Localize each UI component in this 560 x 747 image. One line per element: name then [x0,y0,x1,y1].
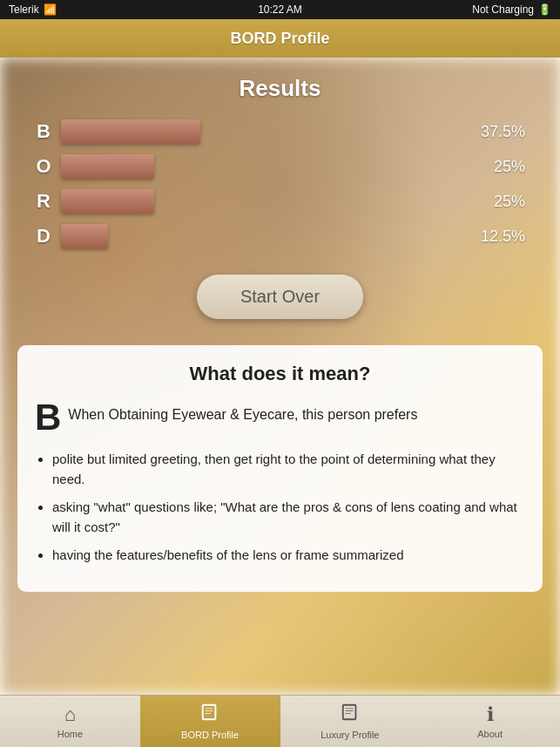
status-right: Not Charging 🔋 [472,3,551,16]
tab-label-home: Home [57,729,83,739]
bar-row-label: B [35,120,52,143]
bar-row-label: O [35,155,52,178]
bar-fill [61,224,108,248]
tab-item-about[interactable]: ℹAbout [420,696,560,747]
tab-label-about: About [477,729,503,739]
bullet-item: asking "what" questions like; "What are … [52,498,525,537]
carrier-label: Telerik [9,3,39,16]
luxury-profile-icon [341,703,360,727]
bullet-list: polite but limited greeting, then get ri… [35,450,525,566]
tab-item-luxury-profile[interactable]: Luxury Profile [280,696,421,747]
tab-item-home[interactable]: ⌂Home [0,696,140,747]
main-content: Results B37.5%O25%R25%D12.5% Start Over … [0,58,560,695]
meaning-letter: B [35,399,61,436]
tab-label-luxury-profile: Luxury Profile [320,730,379,740]
bar-pct: 25% [464,158,525,176]
nav-bar: BORD Profile [0,19,560,58]
bar-pct: 12.5% [464,227,525,246]
tab-label-bord-profile: BORD Profile [181,730,239,740]
bar-row-label: D [35,225,52,248]
status-bar: Telerik 📶 10:22 AM Not Charging 🔋 [0,0,560,19]
bord-profile-icon [200,703,219,727]
meaning-title: What does it mean? [35,363,525,385]
bar-fill [61,119,200,144]
bar-container [61,189,455,214]
bullet-item: having the features/benefits of the lens… [52,546,525,566]
bar-pct: 25% [464,193,525,211]
bar-row: R25% [35,189,525,214]
bar-row: O25% [35,154,525,179]
nav-title: BORD Profile [230,30,329,48]
bar-row: B37.5% [35,119,525,144]
bullet-item: polite but limited greeting, then get ri… [52,450,525,489]
tab-bar: ⌂HomeBORD ProfileLuxury ProfileℹAbout [0,695,560,747]
meaning-section: What does it mean? B When Obtaining Eyew… [17,345,543,592]
bar-pct: 37.5% [464,123,525,141]
battery-icon: 🔋 [538,3,551,16]
results-title: Results [17,75,543,102]
wifi-icon: 📶 [44,3,57,16]
status-left: Telerik 📶 [9,3,57,16]
bar-chart: B37.5%O25%R25%D12.5% [17,119,543,248]
home-icon: ⌂ [64,703,76,726]
meaning-text: When Obtaining Eyewear & Eyecare, this p… [68,399,417,425]
bar-row-label: R [35,190,52,213]
bar-fill [61,154,154,179]
bar-container [61,119,455,144]
status-time: 10:22 AM [258,3,302,16]
about-icon: ℹ [487,703,494,726]
tab-item-bord-profile[interactable]: BORD Profile [140,696,280,747]
battery-label: Not Charging [472,3,534,16]
bar-row: D12.5% [35,224,525,248]
start-over-button[interactable]: Start Over [197,275,363,319]
bar-container [61,154,455,179]
meaning-intro: B When Obtaining Eyewear & Eyecare, this… [35,399,525,436]
bar-fill [61,189,154,214]
bar-container [61,224,455,248]
